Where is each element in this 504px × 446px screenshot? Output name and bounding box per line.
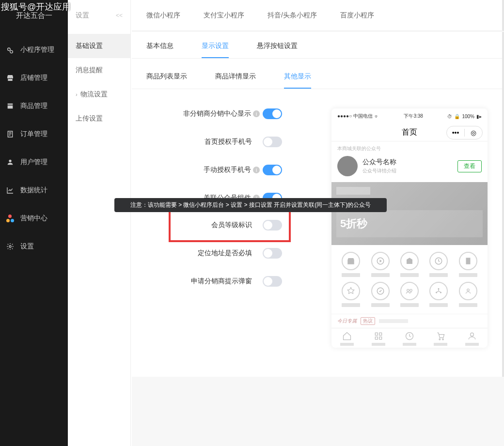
ribbon-label: 今日专属 (337, 318, 357, 324)
sidebar-item-user[interactable]: 用户管理 (0, 148, 68, 176)
setting-row-apply-popup: 申请分销商提示弹窗 (146, 276, 282, 287)
tab-display-settings[interactable]: 显示设置 (202, 32, 229, 58)
tabbar-cart[interactable] (425, 331, 456, 346)
svg-point-7 (438, 288, 440, 290)
sub-tabs: 商品列表显示 商品详情显示 其他显示 (132, 61, 502, 89)
user-icon (6, 158, 15, 167)
setting-row-location: 定位地址是否必填 (146, 248, 282, 259)
sub-item-basic[interactable]: 基础设置 (68, 34, 130, 58)
svg-rect-13 (375, 337, 378, 339)
switch-member-level[interactable] (263, 220, 282, 231)
stats-icon (6, 186, 15, 195)
grid-item[interactable] (338, 282, 363, 307)
svg-rect-14 (379, 337, 381, 339)
tab-douyin[interactable]: 抖音/头条小程序 (268, 11, 317, 20)
sub-item-label: 基础设置 (76, 42, 103, 50)
sidebar-label: 设置 (20, 242, 34, 251)
sidebar-label: 数据统计 (20, 186, 47, 195)
grid-item[interactable] (426, 282, 451, 307)
switch-manual-auth[interactable] (263, 165, 282, 175)
sub-item-notification[interactable]: 消息提醒 (68, 58, 130, 82)
capsule-close[interactable]: ◎ (465, 126, 482, 139)
sidebar-item-settings[interactable]: 设置 (0, 232, 68, 261)
tooltip: 注意：该功能需要 > 微信小程序后台 > 设置 > 接口设置 开启并设置关联(同… (114, 198, 387, 212)
nav-bar: 首页 ••• ◎ (331, 124, 488, 141)
account-card: 公众号名称 公众号详情介绍 查看 (331, 154, 488, 182)
setting-label: 定位地址是否必填 (198, 249, 252, 258)
tabbar-category[interactable] (362, 331, 394, 346)
alarm-icon: ⏱ (447, 114, 452, 119)
setting-label: 会员等级标识 (211, 221, 252, 230)
tab-baidu[interactable]: 百度小程序 (340, 11, 374, 20)
linked-account-tip: 本商城关联的公众号 (331, 141, 488, 154)
switch-apply-popup[interactable] (263, 276, 282, 287)
sidebar-label: 营销中心 (20, 214, 47, 223)
svg-point-6 (410, 289, 412, 292)
setting-row-member-level: 会员等级标识 (146, 220, 282, 231)
switch-homepage-auth[interactable] (263, 137, 282, 147)
svg-point-0 (9, 160, 11, 162)
svg-point-16 (440, 338, 441, 340)
wifi-icon: ᯤ (375, 114, 379, 119)
sidebar-label: 订单管理 (20, 130, 47, 138)
info-icon[interactable]: i (253, 167, 260, 173)
category-grid (331, 245, 488, 314)
shop-icon (6, 74, 15, 82)
sidebar-item-shop[interactable]: 店铺管理 (0, 64, 68, 92)
subtab-other-display[interactable]: 其他显示 (284, 63, 311, 89)
sidebar-item-product[interactable]: 商品管理 (0, 92, 68, 120)
sub-item-label: 上传设置 (76, 114, 103, 123)
info-icon[interactable]: i (253, 110, 260, 117)
tab-float-button[interactable]: 悬浮按钮设置 (257, 32, 298, 58)
sub-item-upload[interactable]: 上传设置 (68, 107, 130, 131)
svg-point-5 (407, 289, 410, 292)
grid-item[interactable] (397, 252, 422, 277)
product-icon (6, 102, 15, 110)
grid-item[interactable] (367, 252, 393, 277)
grid-item[interactable] (367, 282, 393, 307)
switch-location[interactable] (263, 248, 282, 259)
gear-icon (6, 242, 15, 251)
tabbar-home[interactable] (331, 331, 362, 346)
tabbar-profile[interactable] (457, 331, 488, 346)
tab-alipay[interactable]: 支付宝小程序 (204, 11, 244, 20)
watermark-text: 搜狐号@开达应用 (1, 1, 71, 13)
account-name: 公众号名称 (362, 158, 396, 167)
sidebar-label: 店铺管理 (20, 74, 47, 82)
grid-item[interactable] (426, 252, 451, 277)
svg-point-10 (467, 289, 470, 292)
miniprogram-icon (6, 46, 15, 54)
svg-rect-11 (375, 333, 378, 335)
sidebar-item-miniprogram[interactable]: 小程序管理 (0, 36, 68, 64)
sidebar-label: 小程序管理 (20, 46, 54, 54)
status-bar: ●●●●○ 中国电信 ᯤ 下午3:38 ⏱ 🔒 100% ▮▸ (331, 108, 488, 124)
sidebar-item-marketing[interactable]: 营销中心 (0, 204, 68, 232)
setting-row-homepage-auth: 首页授权手机号 (146, 137, 282, 147)
grid-item[interactable] (456, 282, 481, 307)
subtab-product-list[interactable]: 商品列表显示 (146, 63, 187, 89)
view-button[interactable]: 查看 (457, 160, 482, 172)
sub-item-logistics[interactable]: › 物流设置 (68, 82, 130, 107)
marketing-icon (6, 214, 15, 223)
ribbon-section: 今日专属 热议 (331, 314, 488, 328)
setting-row-distribution: 非分销商分销中心显示 i (146, 108, 282, 119)
tab-wechat[interactable]: 微信小程序 (146, 11, 180, 20)
sub-sidebar: 设置 << 基础设置 消息提醒 › 物流设置 上传设置 (68, 0, 131, 446)
sub-sidebar-title: 设置 (76, 11, 89, 20)
grid-item[interactable] (397, 282, 422, 307)
sub-item-label: 消息提醒 (76, 66, 103, 75)
sidebar-item-stats[interactable]: 数据统计 (0, 176, 68, 204)
settings-column: 非分销商分销中心显示 i 首页授权手机号 手动授权手机号 i 关联公众号组件 i (146, 108, 282, 348)
sub-item-label: 物流设置 (80, 90, 108, 99)
capsule-more[interactable]: ••• (447, 126, 464, 139)
subtab-product-detail[interactable]: 商品详情显示 (215, 63, 256, 89)
status-time: 下午3:38 (404, 113, 423, 120)
svg-point-1 (9, 246, 11, 247)
switch-distribution[interactable] (263, 108, 282, 119)
collapse-button[interactable]: << (116, 12, 123, 19)
sidebar-item-order[interactable]: 订单管理 (0, 120, 68, 148)
grid-item[interactable] (338, 252, 363, 277)
tabbar-flash[interactable] (394, 331, 425, 346)
grid-item[interactable] (456, 252, 481, 277)
tab-basic-info[interactable]: 基本信息 (146, 32, 173, 58)
